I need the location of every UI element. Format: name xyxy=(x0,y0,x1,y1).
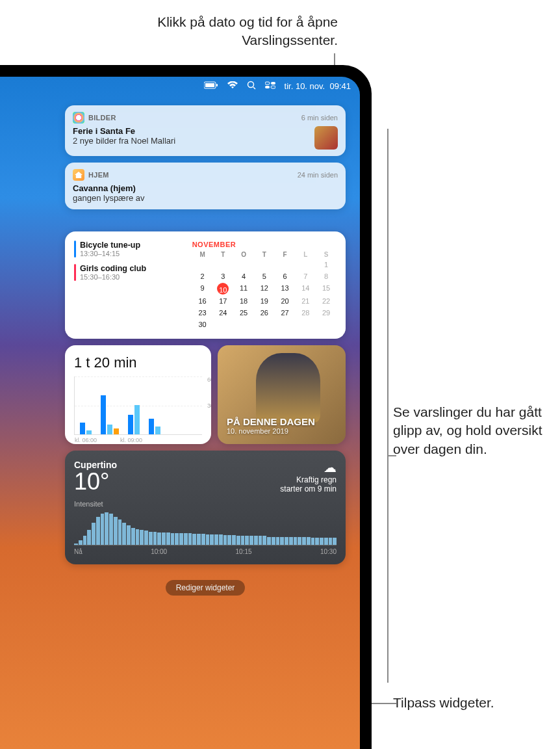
control-center-icon[interactable] xyxy=(265,81,275,91)
precipitation-chart xyxy=(74,510,337,545)
svg-rect-6 xyxy=(271,82,275,85)
screentime-chart: 60 m 30 m 0 kl. 06:00 kl. 09:00 xyxy=(74,376,202,435)
desktop-screen: tir. 10. nov. 09:41 BILDER6 min sidenFer… xyxy=(0,77,360,749)
chart-bar xyxy=(86,430,92,434)
calendar-day[interactable]: 6 xyxy=(275,271,296,282)
menubar-date: tir. 10. nov. xyxy=(285,81,325,91)
search-icon[interactable] xyxy=(247,81,256,92)
calendar-day xyxy=(275,319,296,330)
calendar-widget[interactable]: Bicycle tune-up13:30–14:15Girls coding c… xyxy=(65,231,346,339)
calendar-month-name: NOVEMBER xyxy=(192,241,337,248)
weather-forecast-line1: Kraftig regn xyxy=(280,475,337,484)
calendar-day[interactable]: 15 xyxy=(316,283,337,295)
notification-app: BILDER xyxy=(88,114,116,122)
calendar-event[interactable]: Girls coding club15:30–16:30 xyxy=(74,264,185,281)
calendar-day[interactable]: 25 xyxy=(233,308,254,318)
chart-bar xyxy=(80,423,85,434)
calendar-day[interactable]: 7 xyxy=(295,271,316,282)
calendar-day[interactable]: 3 xyxy=(212,271,233,282)
calendar-events: Bicycle tune-up13:30–14:15Girls coding c… xyxy=(74,241,185,330)
svg-rect-2 xyxy=(216,84,218,86)
calendar-day[interactable]: 11 xyxy=(233,283,254,295)
calendar-day xyxy=(192,259,213,270)
calendar-month: NOVEMBER MTOTFLS123456789101112131415161… xyxy=(192,241,337,330)
callout-bottom: Tilpass widgeter. xyxy=(393,694,555,712)
svg-rect-7 xyxy=(265,86,270,88)
calendar-day[interactable]: 4 xyxy=(233,271,254,282)
calendar-day xyxy=(295,319,316,330)
calendar-day[interactable]: 17 xyxy=(212,296,233,306)
weather-forecast-line2: starter om 9 min xyxy=(280,484,337,493)
calendar-day[interactable]: 28 xyxy=(295,308,316,318)
calendar-event[interactable]: Bicycle tune-up13:30–14:15 xyxy=(74,241,185,257)
chart-bar xyxy=(128,415,133,434)
calendar-day[interactable]: 14 xyxy=(295,283,316,295)
notification-time: 6 min siden xyxy=(301,114,338,122)
photos-memory-date: 10. november 2019 xyxy=(227,427,315,435)
event-title: Girls coding club xyxy=(80,264,146,273)
calendar-day[interactable]: 10 xyxy=(217,283,229,295)
chart-bar xyxy=(107,425,112,434)
calendar-day[interactable]: 22 xyxy=(316,296,337,306)
menubar: tir. 10. nov. 09:41 xyxy=(204,81,351,92)
calendar-dow: L xyxy=(295,251,316,258)
weather-xaxis-label: 10:00 xyxy=(151,548,167,555)
svg-rect-8 xyxy=(271,86,275,88)
calendar-dow: T xyxy=(254,251,275,258)
precipitation-xaxis: Nå10:0010:1510:30 xyxy=(74,548,337,555)
calendar-day[interactable]: 13 xyxy=(275,283,296,295)
event-time: 15:30–16:30 xyxy=(80,273,146,281)
calendar-day[interactable]: 8 xyxy=(316,271,337,282)
calendar-day[interactable]: 12 xyxy=(254,283,275,295)
calendar-day[interactable]: 18 xyxy=(233,296,254,306)
calendar-day xyxy=(316,319,337,330)
notification[interactable]: HJEM24 min sidenCavanna (hjem)gangen lys… xyxy=(65,163,346,209)
calendar-day[interactable]: 2 xyxy=(192,271,213,282)
calendar-day[interactable]: 29 xyxy=(316,308,337,318)
cloud-icon: ☁︎ xyxy=(280,460,337,475)
chart-bar xyxy=(114,428,119,434)
notification[interactable]: BILDER6 min sidenFerie i Santa Fe2 nye b… xyxy=(65,105,346,156)
calendar-day[interactable]: 21 xyxy=(295,296,316,306)
calendar-dow: F xyxy=(275,251,296,258)
calendar-day xyxy=(254,319,275,330)
calendar-day[interactable]: 30 xyxy=(192,319,213,330)
calendar-day[interactable]: 23 xyxy=(192,308,213,318)
calendar-day[interactable]: 19 xyxy=(254,296,275,306)
menubar-time: 09:41 xyxy=(329,81,351,91)
calendar-dow: M xyxy=(192,251,213,258)
notification-title: Cavanna (hjem) xyxy=(73,183,145,193)
weather-widget[interactable]: Cupertino 10° ☁︎ Kraftig regn starter om… xyxy=(65,451,346,564)
callout-top: Klikk på dato og tid for å åpne Varsling… xyxy=(104,13,338,50)
screentime-total: 1 t 20 min xyxy=(74,354,202,371)
weather-xaxis-label: 10:30 xyxy=(320,548,337,555)
calendar-day[interactable]: 5 xyxy=(254,271,275,282)
weather-xaxis-label: Nå xyxy=(74,548,83,555)
callout-line xyxy=(387,129,388,683)
edit-widgets-button[interactable]: Rediger widgeter xyxy=(166,580,246,596)
calendar-day xyxy=(295,259,316,270)
photos-app-icon xyxy=(73,112,84,124)
event-time: 13:30–14:15 xyxy=(80,250,140,257)
calendar-day[interactable]: 26 xyxy=(254,308,275,318)
calendar-day[interactable]: 16 xyxy=(192,296,213,306)
chart-bar xyxy=(101,395,106,434)
calendar-day[interactable]: 1 xyxy=(316,259,337,270)
screentime-widget[interactable]: 1 t 20 min 60 m 30 m 0 kl. 06:00 kl. 09:… xyxy=(65,345,211,444)
notification-body: gangen lyspære av xyxy=(73,193,145,203)
photos-memory-widget[interactable]: PÅ DENNE DAGEN 10. november 2019 xyxy=(218,345,346,444)
chart-bar xyxy=(155,427,160,434)
calendar-day[interactable]: 24 xyxy=(212,308,233,318)
calendar-day[interactable]: 20 xyxy=(275,296,296,306)
calendar-dow: S xyxy=(316,251,337,258)
battery-icon[interactable] xyxy=(204,81,218,91)
menubar-date-time[interactable]: tir. 10. nov. 09:41 xyxy=(285,81,351,91)
svg-point-3 xyxy=(248,82,253,88)
device-frame: tir. 10. nov. 09:41 BILDER6 min sidenFer… xyxy=(0,65,372,749)
calendar-day xyxy=(254,259,275,270)
calendar-day[interactable]: 27 xyxy=(275,308,296,318)
calendar-day[interactable]: 9 xyxy=(192,283,213,295)
notification-center: BILDER6 min sidenFerie i Santa Fe2 nye b… xyxy=(65,105,346,596)
event-title: Bicycle tune-up xyxy=(80,241,140,250)
wifi-icon[interactable] xyxy=(227,81,238,91)
